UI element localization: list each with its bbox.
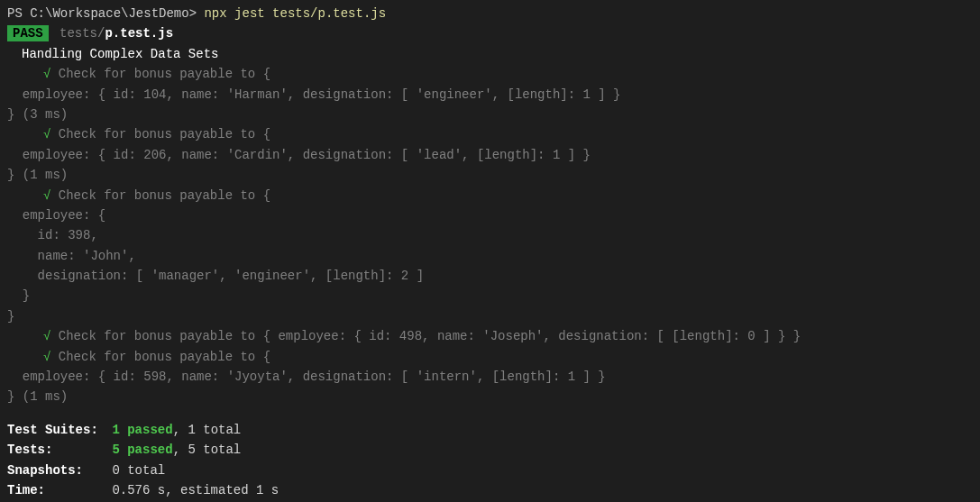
command-text: npx jest tests/p.test.js xyxy=(204,6,386,21)
summary-tests: Tests: 5 passed, 5 total xyxy=(7,440,973,460)
prompt-path: C:\Workspace\JestDemo xyxy=(30,6,188,21)
summary-snapshots: Snapshots: 0 total xyxy=(7,461,973,480)
file-path-dim: tests/ xyxy=(60,26,105,41)
test-text: Check for bonus payable to { xyxy=(50,350,270,364)
test-case-2: √ Check for bonus payable to { xyxy=(7,124,973,144)
test-case-3-body-1: employee: { xyxy=(7,205,973,225)
summary-suites: Test Suites: 1 passed, 1 total xyxy=(7,420,973,440)
test-case-3-body-4: designation: [ 'manager', 'engineer', [l… xyxy=(7,266,973,286)
test-text: Check for bonus payable to { xyxy=(50,188,270,203)
test-case-1: √ Check for bonus payable to { xyxy=(7,64,973,84)
summary-tests-label: Tests: xyxy=(7,440,105,460)
summary-tests-total: , 5 total xyxy=(173,443,242,457)
prompt-line: PS C:\Workspace\JestDemo> npx jest tests… xyxy=(7,4,973,23)
test-case-2-close: } (1 ms) xyxy=(7,165,973,185)
test-case-5-close: } (1 ms) xyxy=(7,387,973,406)
test-case-5-body: employee: { id: 598, name: 'Jyoyta', des… xyxy=(7,367,973,387)
file-name-bold: p.test.js xyxy=(105,26,173,41)
test-case-3-close: } xyxy=(7,306,973,326)
summary-time: Time: 0.576 s, estimated 1 s xyxy=(7,480,973,500)
test-text: Check for bonus payable to { xyxy=(50,67,270,81)
summary-suites-label: Test Suites: xyxy=(7,420,105,440)
test-text: Check for bonus payable to { employee: {… xyxy=(50,329,801,343)
test-case-1-close: } (3 ms) xyxy=(7,105,973,124)
prompt-caret: > xyxy=(189,6,205,21)
summary-time-label: Time: xyxy=(7,480,105,500)
summary-suites-total: , 1 total xyxy=(173,423,242,437)
result-header: PASS tests/p.test.js xyxy=(7,23,973,43)
test-text: Check for bonus payable to { xyxy=(50,127,270,141)
summary-snapshots-value: 0 total xyxy=(112,463,165,478)
test-case-4: √ Check for bonus payable to { employee:… xyxy=(7,326,973,346)
suite-title: Handling Complex Data Sets xyxy=(7,44,973,64)
test-case-3: √ Check for bonus payable to { xyxy=(7,186,973,205)
summary-time-value: 0.576 s, estimated 1 s xyxy=(112,483,279,497)
prompt-prefix: PS xyxy=(7,6,30,21)
test-case-5: √ Check for bonus payable to { xyxy=(7,347,973,367)
terminal-output[interactable]: PS C:\Workspace\JestDemo> npx jest tests… xyxy=(7,4,973,500)
test-case-3-body-2: id: 398, xyxy=(7,225,973,245)
test-case-2-body: employee: { id: 206, name: 'Cardin', des… xyxy=(7,145,973,165)
summary-tests-pass: 5 passed xyxy=(112,443,172,457)
test-case-3-body-5: } xyxy=(7,286,973,306)
test-case-3-body-3: name: 'John', xyxy=(7,246,973,266)
summary-snapshots-label: Snapshots: xyxy=(7,461,105,480)
pass-badge: PASS xyxy=(7,25,49,41)
test-case-1-body: employee: { id: 104, name: 'Harman', des… xyxy=(7,85,973,105)
summary-suites-pass: 1 passed xyxy=(112,423,172,437)
